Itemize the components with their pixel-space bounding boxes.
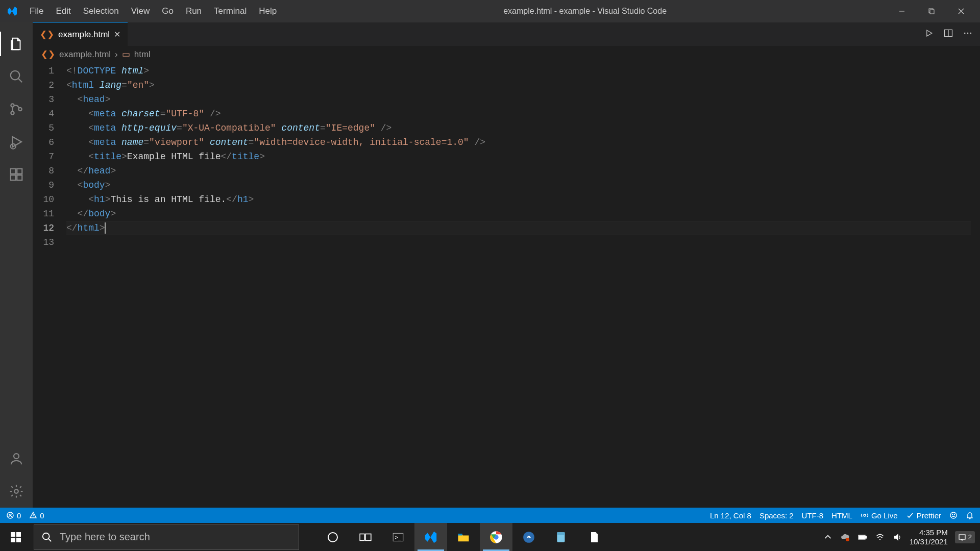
svg-rect-33: [16, 538, 21, 542]
maximize-button[interactable]: [917, 0, 946, 22]
status-spaces[interactable]: Spaces: 2: [760, 511, 794, 520]
svg-text:>_: >_: [395, 534, 402, 540]
svg-rect-37: [360, 534, 364, 540]
search-placeholder: Type here to search: [60, 531, 150, 543]
symbol-icon: ▭: [122, 49, 130, 60]
status-golive[interactable]: Go Live: [861, 511, 898, 520]
svg-rect-50: [859, 536, 865, 539]
title-bar: File Edit Selection View Go Run Terminal…: [0, 0, 980, 22]
tab-example-html[interactable]: ❮❯ example.html ✕: [33, 22, 128, 46]
run-file-icon[interactable]: [924, 28, 934, 40]
search-icon[interactable]: [0, 60, 33, 93]
vscode-app-icon[interactable]: [414, 523, 447, 551]
menu-terminal[interactable]: Terminal: [208, 4, 253, 18]
minimize-button[interactable]: [887, 0, 917, 22]
extensions-icon[interactable]: [0, 158, 33, 191]
tray-notifications[interactable]: 2: [955, 531, 975, 543]
breadcrumb-symbol[interactable]: html: [134, 49, 151, 60]
activity-bar: [0, 22, 33, 508]
error-count: 0: [17, 511, 21, 520]
settings-gear-icon[interactable]: [0, 475, 33, 508]
app-icon-notes[interactable]: [545, 523, 578, 551]
svg-rect-2: [930, 10, 934, 14]
menu-view[interactable]: View: [125, 4, 156, 18]
status-feedback-icon[interactable]: [949, 511, 958, 519]
menu-help[interactable]: Help: [253, 4, 283, 18]
cortana-icon[interactable]: [316, 523, 349, 551]
window-title: example.html - example - Visual Studio C…: [283, 7, 887, 16]
menu-file[interactable]: File: [23, 4, 50, 18]
terminal-app-icon[interactable]: >_: [382, 523, 414, 551]
svg-point-21: [970, 33, 972, 34]
status-language[interactable]: HTML: [831, 511, 852, 520]
status-prettier[interactable]: Prettier: [906, 511, 941, 520]
code-editor[interactable]: 12345678910111213 <!DOCTYPE html><html l…: [33, 63, 980, 508]
file-explorer-app-icon[interactable]: [447, 523, 480, 551]
notif-count: 2: [968, 533, 972, 541]
warning-count: 0: [40, 511, 44, 520]
svg-point-9: [18, 108, 21, 111]
close-button[interactable]: [946, 0, 976, 22]
svg-point-19: [964, 33, 966, 34]
svg-point-7: [11, 104, 14, 107]
app-icon-document[interactable]: [578, 523, 610, 551]
svg-point-16: [14, 489, 18, 493]
chrome-app-icon[interactable]: [480, 523, 512, 551]
svg-line-35: [48, 538, 52, 541]
svg-rect-51: [959, 535, 965, 539]
tray-wifi-icon[interactable]: [875, 532, 885, 542]
menu-selection[interactable]: Selection: [77, 4, 125, 18]
split-editor-icon[interactable]: [943, 28, 953, 40]
html-file-icon: ❮❯: [40, 29, 54, 40]
task-view-icon[interactable]: [349, 523, 382, 551]
code-content[interactable]: <!DOCTYPE html><html lang="en"> <head> <…: [66, 63, 971, 508]
svg-rect-46: [557, 532, 565, 535]
explorer-icon[interactable]: [0, 28, 33, 60]
status-warnings[interactable]: 0: [29, 511, 44, 520]
svg-point-5: [11, 71, 20, 80]
taskbar-search[interactable]: Type here to search: [34, 524, 299, 550]
tray-clock[interactable]: 4:35 PM 10/31/2021: [910, 528, 948, 546]
svg-point-28: [952, 514, 953, 515]
menu-go[interactable]: Go: [156, 4, 180, 18]
svg-rect-38: [365, 534, 371, 540]
tray-volume-icon[interactable]: [892, 532, 902, 542]
run-debug-icon[interactable]: [0, 126, 33, 158]
status-encoding[interactable]: UTF-8: [802, 511, 824, 520]
accounts-icon[interactable]: [0, 442, 33, 475]
status-errors[interactable]: 0: [6, 511, 21, 520]
svg-rect-32: [11, 538, 15, 542]
tray-onedrive-icon[interactable]: [840, 532, 850, 542]
search-icon: [41, 532, 53, 543]
svg-point-27: [950, 512, 957, 518]
start-button[interactable]: [0, 523, 32, 551]
menu-run[interactable]: Run: [180, 4, 208, 18]
editor-area: ❮❯ example.html ✕ ❮❯ example.html › ▭ ht…: [33, 22, 980, 508]
svg-rect-11: [11, 169, 16, 174]
svg-rect-49: [865, 536, 866, 538]
status-bell-icon[interactable]: [966, 511, 974, 519]
svg-rect-41: [458, 534, 462, 536]
tray-time: 4:35 PM: [910, 528, 948, 537]
source-control-icon[interactable]: [0, 93, 33, 126]
menu-edit[interactable]: Edit: [50, 4, 77, 18]
svg-rect-30: [11, 532, 15, 537]
svg-rect-13: [11, 175, 16, 180]
html-file-icon: ❮❯: [41, 49, 55, 60]
minimap[interactable]: [971, 63, 980, 508]
tray-battery-icon[interactable]: [857, 532, 868, 542]
line-gutter: 12345678910111213: [33, 63, 66, 508]
windows-taskbar: Type here to search >_ 4:35 PM 10/31/202…: [0, 523, 980, 551]
more-actions-icon[interactable]: [963, 28, 973, 40]
breadcrumb-file[interactable]: example.html: [59, 49, 111, 60]
svg-line-6: [18, 79, 22, 83]
tab-filename: example.html: [58, 30, 110, 40]
tab-close-icon[interactable]: ✕: [114, 30, 120, 39]
vscode-logo-icon: [6, 5, 18, 17]
tray-chevron-up-icon[interactable]: [823, 532, 833, 542]
status-cursor[interactable]: Ln 12, Col 8: [710, 511, 751, 520]
svg-rect-14: [17, 175, 22, 180]
app-icon-blue[interactable]: [512, 523, 545, 551]
breadcrumb[interactable]: ❮❯ example.html › ▭ html: [33, 46, 980, 63]
menu-bar: File Edit Selection View Go Run Terminal…: [23, 4, 283, 18]
